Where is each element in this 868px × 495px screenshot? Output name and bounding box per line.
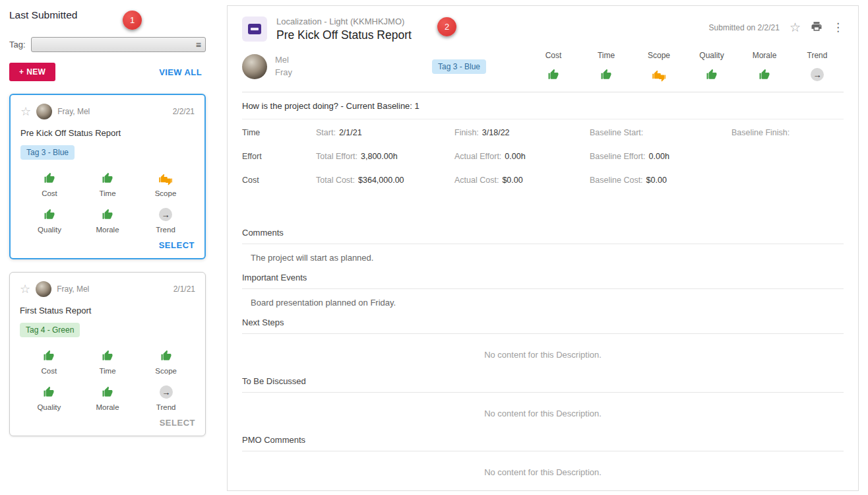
- indicator-trend: → Trend: [137, 385, 195, 411]
- report-title: Pre Kick Off Status Report: [276, 28, 709, 42]
- indicator-morale: Morale →: [738, 51, 791, 82]
- tag-chip: Tag 3 - Blue: [20, 145, 75, 160]
- thumb-up-icon: →: [706, 67, 718, 82]
- indicator-scope: Scope →: [633, 51, 685, 82]
- more-options-icon[interactable]: ⋮: [832, 22, 844, 33]
- thumb-up-icon: →: [547, 67, 559, 82]
- submitted-date: Submitted on 2/2/21: [709, 23, 780, 32]
- card-date: 2/1/21: [173, 284, 195, 294]
- thumb-up-icon: →: [43, 348, 55, 363]
- section-next-steps: Next Steps No content for this Descripti…: [242, 317, 844, 376]
- card-author: Fray, Mel: [57, 284, 89, 294]
- card-author: Fray, Mel: [57, 107, 90, 116]
- thumb-up-icon: →: [102, 171, 113, 185]
- status-report-card[interactable]: ☆ Fray, Mel 2/2/21 Pre Kick Off Status R…: [9, 94, 206, 259]
- thumbs-mixed-icon: →: [652, 67, 666, 82]
- section-title: Comments: [242, 228, 844, 244]
- indicator-time: Time →: [580, 51, 633, 82]
- thumb-up-icon: →: [44, 207, 55, 222]
- indicator-time: → Time: [78, 171, 137, 197]
- trend-arrow-icon: →: [160, 385, 173, 399]
- thumb-up-icon: →: [102, 385, 113, 399]
- section-comments: Comments The project will start as plann…: [242, 228, 844, 273]
- indicator-morale: → Morale: [78, 207, 137, 234]
- indicator-trend: Trend →: [791, 51, 844, 82]
- section-content: The project will start as planned.: [242, 244, 844, 273]
- section-important-events: Important Events Board presentation plan…: [242, 273, 844, 317]
- indicator-quality: → Quality: [20, 207, 78, 234]
- thumb-up-icon: →: [759, 67, 770, 82]
- print-icon[interactable]: [811, 20, 822, 34]
- project-name: Localization - Light (KKMHKJMO): [276, 16, 709, 26]
- card-title: Pre Kick Off Status Report: [20, 128, 195, 138]
- metric-row-time: Time Start:2/1/21 Finish:3/18/22 Baselin…: [242, 121, 844, 145]
- section-to-be-discussed: To Be Discussed No content for this Desc…: [242, 376, 844, 435]
- menu-icon: ≡: [196, 40, 201, 50]
- indicator-time: → Time: [78, 348, 137, 375]
- baseline-question: How is the project doing? - Current Base…: [242, 92, 844, 119]
- section-title: PMO Comments: [242, 435, 844, 451]
- avatar: [242, 54, 267, 79]
- tag-label: Tag:: [9, 40, 26, 50]
- sidebar-title: Last Submitted: [9, 9, 206, 21]
- indicator-quality: Quality →: [685, 51, 738, 82]
- thumb-up-icon: →: [102, 348, 113, 363]
- section-pmo-comments: PMO Comments No content for this Descrip…: [242, 435, 844, 494]
- metric-row-effort: Effort Total Effort:3,800.00h Actual Eff…: [242, 145, 844, 168]
- section-title: Important Events: [242, 273, 844, 289]
- indicator-quality: → Quality: [20, 385, 78, 411]
- indicator-scope: → Scope: [137, 348, 195, 375]
- section-content: No content for this Description.: [242, 451, 844, 494]
- avatar: [36, 281, 51, 297]
- star-icon[interactable]: ☆: [20, 283, 30, 295]
- metric-row-cost: Cost Total Cost:$364,000.00 Actual Cost:…: [242, 168, 844, 192]
- annotation-badge-2: 2: [437, 17, 456, 36]
- star-icon[interactable]: ☆: [790, 21, 801, 34]
- indicator-morale: → Morale: [78, 385, 137, 411]
- section-title: Next Steps: [242, 317, 844, 334]
- tag-chip: Tag 4 - Green: [20, 323, 80, 337]
- thumb-up-icon: →: [600, 67, 612, 82]
- card-date: 2/2/21: [173, 107, 195, 116]
- view-all-link[interactable]: VIEW ALL: [159, 67, 202, 77]
- section-content: Board presentation planned on Friday.: [242, 289, 844, 317]
- trend-arrow-icon: →: [159, 207, 172, 222]
- status-report-detail-panel: Localization - Light (KKMHKJMO) Pre Kick…: [227, 5, 859, 491]
- card-title: First Status Report: [20, 306, 195, 315]
- avatar: [36, 104, 52, 119]
- thumb-up-icon: →: [160, 348, 172, 363]
- metrics-table: Time Start:2/1/21 Finish:3/18/22 Baselin…: [242, 121, 844, 192]
- indicator-cost: → Cost: [20, 171, 78, 197]
- tag-filter-input[interactable]: ≡: [31, 37, 206, 52]
- trend-arrow-icon: →: [811, 67, 824, 82]
- annotation-badge-1: 1: [123, 11, 142, 30]
- status-report-card[interactable]: ☆ Fray, Mel 2/1/21 First Status Report T…: [9, 272, 206, 436]
- new-status-report-button[interactable]: + NEW: [9, 63, 55, 81]
- indicator-scope: → Scope: [137, 171, 195, 197]
- select-link[interactable]: SELECT: [20, 240, 195, 250]
- section-content: No content for this Description.: [242, 334, 844, 376]
- thumbs-mixed-icon: →: [158, 171, 173, 185]
- author-name: Mel Fray: [275, 54, 292, 79]
- section-content: No content for this Description.: [242, 393, 844, 435]
- thumb-up-icon: →: [44, 171, 55, 185]
- select-link[interactable]: SELECT: [20, 418, 195, 428]
- indicator-trend: → Trend: [137, 207, 195, 234]
- tag-filter-row: Tag: ≡: [9, 37, 206, 52]
- indicator-cost: Cost →: [527, 51, 580, 82]
- project-icon: [242, 16, 267, 42]
- thumb-up-icon: →: [43, 385, 55, 399]
- section-title: To Be Discussed: [242, 376, 844, 393]
- star-icon[interactable]: ☆: [20, 106, 31, 117]
- thumb-up-icon: →: [102, 207, 113, 222]
- tag-chip: Tag 3 - Blue: [432, 59, 486, 74]
- last-submitted-panel: Last Submitted Tag: ≡ + NEW VIEW ALL ☆ F…: [9, 9, 206, 436]
- indicator-cost: → Cost: [20, 348, 78, 375]
